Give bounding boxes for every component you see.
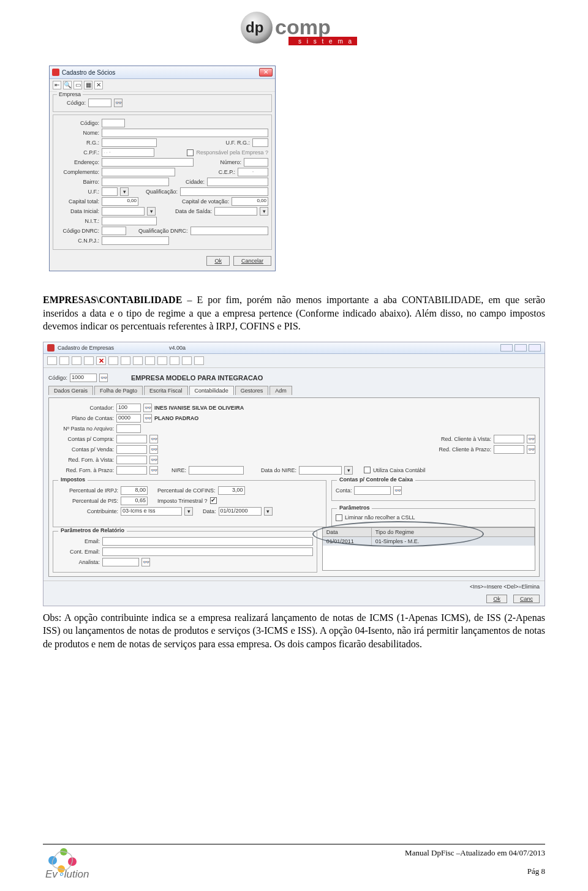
tab-escrita[interactable]: Escrita Fiscal: [144, 386, 188, 395]
tb-icon[interactable]: [72, 356, 81, 365]
analista-input[interactable]: [102, 558, 139, 566]
tool-grid-icon[interactable]: ▦: [84, 81, 92, 89]
close-icon[interactable]: ✕: [259, 68, 273, 77]
cancel-button[interactable]: Canc: [513, 595, 540, 603]
datasaida-dropdown-icon[interactable]: ▾: [260, 207, 268, 216]
regime-grid[interactable]: Data Tipo do Regime 01/01/2011 01-Simple…: [322, 527, 535, 571]
minimize-icon[interactable]: [500, 344, 513, 352]
contador-input[interactable]: 100: [116, 404, 141, 412]
tab-dados-gerais[interactable]: Dados Gerais: [48, 386, 93, 395]
tb-icon[interactable]: [157, 356, 167, 365]
complemento-input[interactable]: [102, 168, 175, 176]
qualificacao-input[interactable]: [180, 187, 268, 196]
red-cli-vista-input[interactable]: [494, 435, 524, 443]
tb-icon[interactable]: [108, 356, 118, 365]
data-input[interactable]: 01/01/2000: [219, 507, 262, 516]
binocular-icon[interactable]: 👓: [149, 456, 158, 464]
red-forn-vista-input[interactable]: [116, 456, 147, 464]
nit-input[interactable]: [102, 217, 157, 225]
red-forn-prazo-input[interactable]: [116, 466, 147, 475]
captotal-input[interactable]: 0,00: [102, 197, 138, 206]
tb-icon[interactable]: [145, 356, 155, 365]
responsavel-checkbox[interactable]: [187, 149, 194, 156]
caixa-checkbox[interactable]: [364, 467, 371, 473]
binocular-icon[interactable]: 👓: [527, 445, 535, 454]
tb-icon[interactable]: [194, 356, 204, 365]
binocular-icon[interactable]: 👓: [99, 374, 108, 382]
nire-input[interactable]: [189, 466, 244, 475]
tb-icon[interactable]: [121, 356, 130, 365]
numero-input[interactable]: [244, 158, 268, 167]
rg-input[interactable]: [102, 138, 157, 147]
red-cli-prazo-input[interactable]: [494, 445, 524, 454]
datanire-input[interactable]: [299, 466, 342, 475]
binocular-icon[interactable]: 👓: [143, 414, 152, 423]
cancel-button[interactable]: Cancelar: [233, 256, 271, 266]
tool-first-icon[interactable]: ⇤: [53, 81, 61, 89]
contribuinte-select[interactable]: 03-Icms e Iss: [121, 507, 182, 516]
binocular-icon[interactable]: 👓: [527, 435, 535, 443]
tool-delete-icon[interactable]: ✕: [94, 81, 103, 89]
tab-contabilidade[interactable]: Contabilidade: [189, 386, 234, 395]
irpj-input[interactable]: 8,00: [121, 486, 148, 495]
datainicial-input[interactable]: [102, 207, 145, 216]
binocular-icon[interactable]: 👓: [143, 404, 152, 412]
cep-input[interactable]: -: [238, 168, 268, 176]
cnpj-input[interactable]: [102, 236, 169, 245]
qualifdnrc-input[interactable]: [190, 227, 268, 235]
binocular-icon[interactable]: 👓: [149, 466, 158, 475]
datainicial-dropdown-icon[interactable]: ▾: [147, 207, 156, 216]
pasta-input[interactable]: [116, 424, 141, 433]
tb-icon[interactable]: [59, 356, 69, 365]
cpf-input[interactable]: . . -: [102, 148, 154, 157]
close-icon[interactable]: [529, 344, 541, 352]
uf-input[interactable]: [102, 187, 118, 196]
binocular-icon[interactable]: 👓: [393, 486, 402, 495]
nome-input[interactable]: [102, 129, 268, 137]
tb-icon[interactable]: [84, 356, 94, 365]
contas-venda-input[interactable]: [116, 445, 147, 454]
tool-view-icon[interactable]: ▭: [74, 81, 82, 89]
ok-button[interactable]: Ok: [206, 256, 230, 266]
cidade-input[interactable]: [207, 178, 268, 186]
conta-input[interactable]: [354, 486, 391, 495]
imptrim-checkbox[interactable]: [210, 497, 217, 504]
contemail-input[interactable]: [102, 547, 313, 556]
tab-folha[interactable]: Folha de Pagto: [94, 386, 143, 395]
tab-gestores[interactable]: Gestores: [235, 386, 269, 395]
bairro-input[interactable]: [102, 178, 169, 186]
tool-search-icon[interactable]: 🔍: [63, 81, 72, 89]
email-input[interactable]: [102, 537, 313, 546]
chevron-down-icon[interactable]: ▾: [184, 507, 193, 516]
ok-button[interactable]: Ok: [486, 595, 507, 603]
pis-input[interactable]: 0,65: [121, 497, 148, 505]
codigodnrc-input[interactable]: [102, 227, 126, 235]
codigo-empresa-input[interactable]: [88, 99, 111, 107]
contas-compra-input[interactable]: [116, 435, 147, 443]
tab-adm[interactable]: Adm: [270, 386, 292, 395]
capvot-input[interactable]: 0,00: [232, 197, 268, 206]
maximize-icon[interactable]: [514, 344, 527, 352]
tb-icon[interactable]: [170, 356, 179, 365]
ufrg-input[interactable]: [252, 138, 268, 147]
binocular-icon[interactable]: 👓: [114, 99, 123, 107]
svg-text:dp: dp: [246, 19, 263, 36]
cofins-input[interactable]: 3,00: [218, 486, 245, 495]
tb-icon[interactable]: [47, 356, 57, 365]
codigo-input[interactable]: 1000: [70, 374, 97, 382]
binocular-icon[interactable]: 👓: [149, 445, 158, 454]
tb-icon[interactable]: [133, 356, 143, 365]
chevron-down-icon[interactable]: ▾: [264, 507, 273, 516]
tb-icon[interactable]: [182, 356, 192, 365]
datasaida-input[interactable]: [214, 207, 257, 216]
codigo-input[interactable]: [102, 119, 125, 127]
uf-dropdown-icon[interactable]: ▾: [120, 187, 129, 196]
binocular-icon[interactable]: 👓: [141, 558, 150, 566]
liminar-checkbox[interactable]: [336, 514, 342, 521]
bairro-label: Bairro:: [56, 179, 99, 185]
plano-input[interactable]: 0000: [116, 414, 141, 423]
endereco-input[interactable]: [102, 158, 194, 167]
binocular-icon[interactable]: 👓: [149, 435, 158, 443]
chevron-down-icon[interactable]: ▾: [344, 466, 353, 475]
tb-delete-icon[interactable]: ✕: [96, 356, 106, 365]
